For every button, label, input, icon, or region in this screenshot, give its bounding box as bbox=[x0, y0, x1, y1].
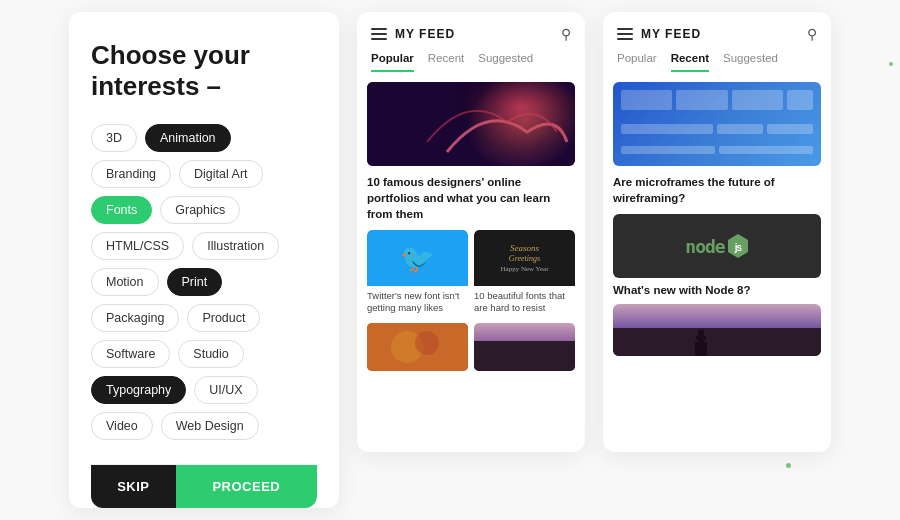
tag-typography[interactable]: Typography bbox=[91, 376, 186, 404]
card-seasons: Seasons Greetings Happy New Year 10 beau… bbox=[474, 230, 575, 315]
search-icon-2[interactable]: ⚲ bbox=[807, 26, 817, 42]
interests-heading: Choose your interests – bbox=[91, 40, 317, 102]
main-container: Choose your interests – 3D Animation Bra… bbox=[69, 12, 831, 508]
wireframe-box bbox=[732, 90, 783, 110]
feed-title-1: MY FEED bbox=[395, 27, 455, 41]
tab-suggested-1[interactable]: Suggested bbox=[478, 52, 533, 72]
food-card-image bbox=[367, 323, 468, 371]
svg-rect-9 bbox=[695, 342, 707, 356]
decorative-dot bbox=[889, 62, 893, 66]
feed-header-left-1: MY FEED bbox=[371, 27, 455, 41]
tag-digital-art[interactable]: Digital Art bbox=[179, 160, 263, 188]
cards-grid-1: 🐦 Twitter's new font isn't getting many … bbox=[367, 230, 575, 315]
tab-popular-2[interactable]: Popular bbox=[617, 52, 657, 72]
bottom-cards-1 bbox=[367, 323, 575, 371]
tag-software[interactable]: Software bbox=[91, 340, 170, 368]
wireframe-box bbox=[719, 146, 813, 154]
tags-container: 3D Animation Branding Digital Art Fonts … bbox=[91, 124, 317, 440]
wireframe-article-title: Are microframes the future of wireframin… bbox=[613, 174, 821, 206]
feed-title-2: MY FEED bbox=[641, 27, 701, 41]
seasons-card-caption: 10 beautiful fonts that are hard to resi… bbox=[474, 290, 575, 315]
hamburger-line bbox=[371, 28, 387, 30]
wireframe-box bbox=[787, 90, 813, 110]
wireframe-box bbox=[621, 124, 713, 134]
feed-header-2: MY FEED ⚲ bbox=[603, 12, 831, 42]
feed-tabs-2: Popular Recent Suggested bbox=[603, 42, 831, 72]
feed-panel-1: MY FEED ⚲ Popular Recent Suggested bbox=[357, 12, 585, 452]
tag-ui-ux[interactable]: UI/UX bbox=[194, 376, 257, 404]
food-svg bbox=[367, 323, 468, 371]
seasons-text: Seasons Greetings Happy New Year bbox=[500, 243, 548, 274]
wireframe-box bbox=[676, 90, 727, 110]
twitter-card-caption: Twitter's new font isn't getting many li… bbox=[367, 290, 468, 315]
wireframe-row bbox=[621, 90, 813, 110]
hamburger-line bbox=[371, 38, 387, 40]
hamburger-line bbox=[617, 28, 633, 30]
tag-product[interactable]: Product bbox=[187, 304, 260, 332]
feed-header-left-2: MY FEED bbox=[617, 27, 701, 41]
skip-button[interactable]: SKIP bbox=[91, 465, 176, 508]
wireframe-box bbox=[767, 124, 813, 134]
tag-3d[interactable]: 3D bbox=[91, 124, 137, 152]
card-twitter: 🐦 Twitter's new font isn't getting many … bbox=[367, 230, 468, 315]
hamburger-line bbox=[371, 33, 387, 35]
london-bottom-image bbox=[613, 304, 821, 356]
hamburger-line bbox=[617, 33, 633, 35]
seasons-card-image: Seasons Greetings Happy New Year bbox=[474, 230, 575, 286]
tag-illustration[interactable]: Illustration bbox=[192, 232, 279, 260]
feed-tabs-1: Popular Recent Suggested bbox=[357, 42, 585, 72]
nodejs-card-image: node js bbox=[613, 214, 821, 278]
tab-recent-2[interactable]: Recent bbox=[671, 52, 709, 72]
hero-image-designers bbox=[367, 82, 575, 166]
tag-packaging[interactable]: Packaging bbox=[91, 304, 179, 332]
tag-motion[interactable]: Motion bbox=[91, 268, 159, 296]
twitter-bird-icon: 🐦 bbox=[400, 242, 435, 275]
tag-video[interactable]: Video bbox=[91, 412, 153, 440]
feed-panel-2: MY FEED ⚲ Popular Recent Suggested bbox=[603, 12, 831, 452]
svg-rect-8 bbox=[696, 336, 706, 340]
wireframe-box bbox=[621, 146, 715, 154]
designers-svg bbox=[367, 82, 575, 166]
hamburger-menu-icon[interactable] bbox=[371, 28, 387, 40]
feed-header-1: MY FEED ⚲ bbox=[357, 12, 585, 42]
tag-web-design[interactable]: Web Design bbox=[161, 412, 259, 440]
feed-content-2: Are microframes the future of wireframin… bbox=[603, 72, 831, 452]
tag-animation[interactable]: Animation bbox=[145, 124, 231, 152]
nodejs-hex-icon: js bbox=[727, 233, 749, 259]
wireframe-row bbox=[621, 146, 813, 154]
tag-fonts[interactable]: Fonts bbox=[91, 196, 152, 224]
hamburger-menu-icon-2[interactable] bbox=[617, 28, 633, 40]
wireframe-row bbox=[621, 124, 813, 134]
proceed-button[interactable]: PROCEED bbox=[176, 465, 317, 508]
panel-footer: SKIP PROCEED bbox=[91, 464, 317, 508]
london-card-image bbox=[474, 323, 575, 371]
twitter-card-image: 🐦 bbox=[367, 230, 468, 286]
node-text: node bbox=[685, 236, 724, 257]
hero-image-wireframe bbox=[613, 82, 821, 166]
hero-article-title-1: 10 famous designers' online portfolios a… bbox=[367, 174, 575, 222]
nodejs-text: node js bbox=[685, 233, 748, 259]
feed-content-1: 10 famous designers' online portfolios a… bbox=[357, 72, 585, 452]
svg-point-4 bbox=[415, 331, 439, 355]
tag-studio[interactable]: Studio bbox=[178, 340, 243, 368]
interests-panel: Choose your interests – 3D Animation Bra… bbox=[69, 12, 339, 508]
wireframe-box bbox=[717, 124, 763, 134]
bigben-svg bbox=[613, 328, 821, 356]
tag-graphics[interactable]: Graphics bbox=[160, 196, 240, 224]
search-icon[interactable]: ⚲ bbox=[561, 26, 571, 42]
tab-recent-1[interactable]: Recent bbox=[428, 52, 464, 72]
tag-branding[interactable]: Branding bbox=[91, 160, 171, 188]
london-silhouette bbox=[474, 341, 575, 371]
wireframe-content bbox=[613, 82, 821, 166]
tag-print[interactable]: Print bbox=[167, 268, 223, 296]
tab-popular-1[interactable]: Popular bbox=[371, 52, 414, 72]
hamburger-line bbox=[617, 38, 633, 40]
tab-suggested-2[interactable]: Suggested bbox=[723, 52, 778, 72]
london-bottom-silhouette bbox=[613, 328, 821, 356]
wireframe-box bbox=[621, 90, 672, 110]
node-article-title: What's new with Node 8? bbox=[613, 284, 821, 296]
tag-html-css[interactable]: HTML/CSS bbox=[91, 232, 184, 260]
